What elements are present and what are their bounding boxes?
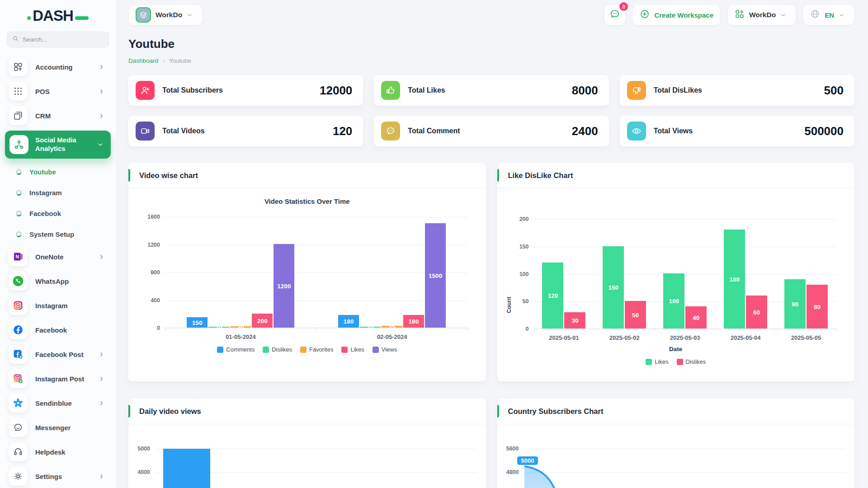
sidebar-subitem-facebook-analytics[interactable]: Facebook [16,206,109,221]
y-tick-label: 4800 [506,469,524,475]
bar-dislikes-2025-05-02: 50 [625,301,646,328]
search-input[interactable] [23,36,104,43]
chart-legend: CommentsDislikesFavoritesLikesViews [140,346,474,353]
category-slot: 12030 [534,219,594,328]
sidebar-item-label: Sendinblue [35,399,91,407]
legend-item-likes[interactable]: Likes [646,358,668,365]
sidebar-item-label: Accounting [35,63,91,71]
workspace-button[interactable]: WorkDo [128,5,203,25]
bar-value-label: 150 [609,284,619,291]
sidebar-item-sendinblue[interactable]: Sendinblue [7,394,109,413]
stat-value: 2400 [572,124,598,138]
sidebar-item-instagram[interactable]: Instagram [7,296,109,315]
stat-card-total-videos: Total Videos120 [128,116,363,146]
sidebar-item-facebook-post[interactable]: Facebook Post [7,345,109,364]
sidebar-item-whatsapp[interactable]: WhatsApp [7,272,109,291]
y-tick-label: 1600 [147,214,165,220]
bar-favorites-02-05-2024: 25 [382,326,402,328]
y-tick-label: 5000 [137,446,156,452]
bar-value-label: 180 [729,276,740,282]
subscriber-add-icon [136,81,155,100]
charts-row: Video wise chart Video Statistics Over T… [128,163,854,381]
search-icon [12,35,19,44]
stat-card-total-dislikes: Total DisLikes500 [620,75,854,106]
category-slot: 15050 [594,219,655,328]
globe-icon [810,9,820,21]
sidebar-item-social-media-analytics[interactable]: Social Media Analytics [5,131,111,159]
legend-item-favorites[interactable]: Favorites [300,346,333,353]
sidebar-item-label: POS [35,88,91,95]
sidebar-item-messenger[interactable]: Messenger [7,418,109,437]
sidebar-item-crm[interactable]: CRM [7,106,109,125]
card-title: Video wise chart [139,171,198,180]
category-slot: 18010251801500 [316,217,468,328]
language-selector[interactable]: EN [803,5,854,25]
card-title: Like DisLike Chart [508,171,573,180]
x-tick-label: 01-05-2024 [165,333,316,340]
legend-item-dislikes[interactable]: Dislikes [263,346,292,353]
bar-value-label: 50 [632,311,639,318]
x-axis-label: Date [509,346,843,352]
sidebar-item-helpdesk[interactable]: Helpdesk [7,442,109,461]
messages-badge: 0 [619,2,628,11]
sidebar-item-label: WhatsApp [35,277,107,285]
bar-value-label: 120 [548,292,558,299]
sidebar-nav: AccountingPOSCRMSocial Media AnalyticsYo… [7,57,109,486]
category-slot: 9080 [776,219,836,328]
sidebar-subitem-instagram-analytics[interactable]: Instagram [16,185,109,200]
bar-dislikes-2025-05-05: 80 [807,285,828,328]
sidebar-item-pos[interactable]: POS [7,82,109,101]
breadcrumb-dashboard-link[interactable]: Dashboard [128,57,158,64]
svg-text:N: N [15,254,19,259]
bar-favorites-01-05-2024: 20 [230,326,251,328]
sidebar-item-settings[interactable]: Settings [7,467,109,486]
chevron-right-icon [99,474,107,479]
chat-bubble-icon [609,9,620,21]
workspace-switcher[interactable]: WorkDo [727,5,796,25]
bar-dislikes-2025-05-03: 40 [685,306,707,328]
video-camera-icon [136,122,155,141]
sidebar-subitem-youtube[interactable]: Youtube [16,164,109,179]
progress-ring-icon [16,231,22,237]
y-tick-label: 0 [526,326,534,332]
bar-value-label: 20 [237,324,244,330]
legend-swatch [677,359,683,365]
x-tick-label: 2025-05-04 [715,334,776,341]
card-accent [128,169,130,182]
stat-card-total-subscribers: Total Subscribers12000 [128,75,363,106]
legend-swatch [341,347,348,353]
sidebar-item-onenote[interactable]: NOneNote [7,247,109,266]
bar-dislikes-2025-05-04: 60 [746,296,767,328]
bar-likes-2025-05-02: 150 [603,246,624,328]
logo-dash [75,16,89,20]
legend-swatch [263,347,269,353]
sidebar-item-facebook[interactable]: Facebook [7,320,109,339]
dashboard-screen: DASH AccountingPOSCRMSocial Media Analyt… [0,0,868,488]
thumbs-up-icon [381,81,400,100]
sidebar-item-instagram-post[interactable]: Instagram Post [7,369,109,388]
sidebar-subitem-system-setup[interactable]: System Setup [16,226,109,242]
x-tickmark [468,328,468,331]
legend-swatch [300,347,307,353]
accounting-icon [9,57,28,76]
card-title: Daily video views [139,407,201,416]
legend-item-likes[interactable]: Likes [341,346,364,353]
legend-item-comments[interactable]: Comments [217,346,255,353]
create-workspace-button[interactable]: Create Workspace [632,5,721,25]
sidebar-item-accounting[interactable]: Accounting [7,57,109,76]
sidebar-subitem-label: Youtube [29,168,56,176]
breadcrumb-current: Youtube [169,57,191,64]
chevron-right-icon [99,376,107,382]
subscribers-line-chart [524,428,846,488]
legend-item-views[interactable]: Views [373,346,397,353]
x-tick-label: 2025-05-01 [534,334,594,341]
circle-plus-icon [640,9,650,21]
messages-button[interactable]: 0 [604,5,626,25]
legend-item-dislikes[interactable]: Dislikes [677,358,706,365]
video-statistics-chart: Video Statistics Over Time04008001200160… [128,188,486,353]
card-header: Country Subscribers Chart [497,399,855,424]
chevron-right-icon [99,352,107,357]
dash-logo[interactable]: DASH [7,0,109,32]
bar-value-label: 180 [344,318,354,325]
workdo-grid-icon [735,9,745,21]
